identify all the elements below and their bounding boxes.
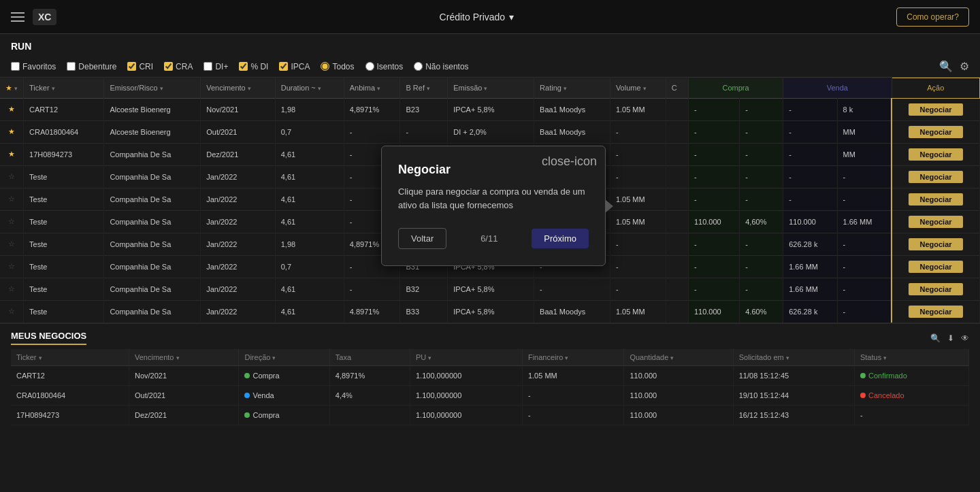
vencimento-cell: Nov/2021 — [201, 98, 276, 120]
compra-vol-cell: 4.60% — [740, 300, 783, 323]
negociar-button[interactable]: Negociar — [909, 171, 963, 183]
star-cell[interactable]: ★ — [0, 143, 24, 165]
como-operar-button[interactable]: Como operar? — [896, 7, 969, 27]
c-cell — [666, 143, 688, 165]
c-cell — [666, 98, 688, 120]
vencimento-cell: Dez/2021 — [201, 143, 276, 165]
product-selector[interactable]: Crédito Privado ▾ — [440, 12, 514, 22]
c-cell — [666, 255, 688, 278]
duration-cell: 1,98 — [275, 233, 344, 255]
modal-close-button[interactable]: close-icon — [542, 154, 597, 169]
filter-nao-isentos[interactable]: Não isentos — [414, 62, 468, 71]
emissor-cell: Companhia De Sa — [104, 278, 201, 300]
negociar-button[interactable]: Negociar — [909, 103, 963, 116]
negociar-button[interactable]: Negociar — [909, 148, 963, 161]
ticker-cell: Teste — [24, 278, 104, 300]
star-cell[interactable]: ★ — [0, 98, 24, 120]
negociar-button[interactable]: Negociar — [909, 306, 963, 318]
filter-pct-di[interactable]: % DI — [239, 62, 268, 71]
search-icon[interactable]: 🔍 — [939, 60, 953, 73]
bottom-col-taxa: Taxa — [329, 349, 410, 366]
star-cell[interactable]: ☆ — [0, 278, 24, 300]
filter-di-plus[interactable]: DI+ — [203, 62, 228, 71]
bottom-direcao: Compra — [239, 406, 329, 425]
filter-favoritos[interactable]: Favoritos — [11, 62, 56, 71]
star-cell[interactable]: ☆ — [0, 255, 24, 278]
negociar-button[interactable]: Negociar — [909, 126, 963, 138]
c-cell — [666, 300, 688, 323]
bottom-status: Confirmado — [854, 366, 968, 386]
compra-rate-cell: - — [688, 188, 739, 210]
col-duration: Duration ~ ▾ — [275, 78, 344, 99]
rating-cell: Baa1 Moodys — [534, 120, 610, 143]
negociar-button[interactable]: Negociar — [909, 216, 963, 228]
negociar-button[interactable]: Negociar — [909, 193, 963, 206]
col-bref: B Ref ▾ — [400, 78, 448, 99]
bottom-pu: 1.100,000000 — [410, 386, 523, 406]
modal-page-indicator: 6/11 — [480, 233, 497, 244]
logo: XC — [33, 9, 56, 25]
negociar-cell: Negociar — [892, 188, 979, 210]
ticker-cell: 17H0894273 — [24, 143, 104, 165]
filter-debenture[interactable]: Debenture — [67, 62, 116, 71]
compra-vol-cell: - — [740, 233, 783, 255]
bref-cell: B32 — [400, 278, 448, 300]
filter-cra[interactable]: CRA — [164, 62, 193, 71]
star-cell[interactable]: ☆ — [0, 188, 24, 210]
hamburger-menu[interactable] — [11, 12, 24, 22]
compra-vol-cell: - — [740, 120, 783, 143]
modal-next-button[interactable]: Próximo — [532, 229, 589, 248]
compra-vol-cell: - — [740, 143, 783, 165]
negociar-button[interactable]: Negociar — [909, 283, 963, 295]
vencimento-cell: Jan/2022 — [201, 255, 276, 278]
download-icon[interactable]: ⬇ — [947, 333, 954, 343]
star-cell[interactable]: ☆ — [0, 165, 24, 188]
bottom-vencimento: Out/2021 — [129, 386, 239, 406]
negociar-cell: Negociar — [892, 278, 979, 300]
modal-back-button[interactable]: Voltar — [398, 228, 446, 249]
filter-cri[interactable]: CRI — [127, 62, 153, 71]
bottom-col-financeiro: Financeiro ▾ — [522, 349, 624, 366]
negociar-cell: Negociar — [892, 233, 979, 255]
filter-ipca[interactable]: IPCA — [279, 62, 310, 71]
emissor-cell: Companhia De Sa — [104, 300, 201, 323]
eye-icon[interactable]: 👁 — [961, 333, 969, 343]
bottom-status: - — [854, 406, 968, 425]
c-cell — [666, 188, 688, 210]
filter-todos[interactable]: Todos — [321, 62, 354, 71]
meus-negocios-icons: 🔍 ⬇ 👁 — [930, 333, 969, 343]
vencimento-cell: Jan/2022 — [201, 300, 276, 323]
header-right: Como operar? — [896, 7, 969, 27]
venda-rate-cell: - — [783, 188, 837, 210]
bottom-quantidade: 110.000 — [624, 386, 733, 406]
table-row: ☆ Teste Companhia De Sa Jan/2022 4,61 4.… — [0, 300, 980, 323]
bottom-pu: 1.100,000000 — [410, 366, 523, 386]
negociar-cell: Negociar — [892, 210, 979, 233]
negociar-button[interactable]: Negociar — [909, 238, 963, 250]
col-emissao: Emissão ▾ — [448, 78, 534, 99]
ticker-cell: Teste — [24, 188, 104, 210]
bottom-status: Cancelado — [854, 386, 968, 406]
c-cell — [666, 165, 688, 188]
table-row: ☆ Teste Companhia De Sa Jan/2022 4,61 - … — [0, 278, 980, 300]
filter-isentos[interactable]: Isentos — [365, 62, 404, 71]
venda-fin-cell: - — [837, 233, 892, 255]
gear-icon[interactable]: ⚙ — [960, 60, 969, 73]
volume-cell: - — [610, 255, 666, 278]
modal-footer: Voltar 6/11 Próximo — [398, 228, 589, 249]
negociar-cell: Negociar — [892, 98, 979, 120]
bottom-section: MEUS NEGOCIOS 🔍 ⬇ 👁 Ticker ▾ Vencimento … — [0, 323, 980, 425]
bottom-taxa: 4,8971% — [329, 366, 410, 386]
volume-cell: 1.05 MM — [610, 300, 666, 323]
star-cell[interactable]: ☆ — [0, 300, 24, 323]
c-cell — [666, 120, 688, 143]
main-table-area: ★ ▾ Ticker ▾ Emissor/Risco ▾ Vencimento … — [0, 78, 980, 323]
star-cell[interactable]: ☆ — [0, 210, 24, 233]
negociar-button[interactable]: Negociar — [909, 261, 963, 273]
c-cell — [666, 278, 688, 300]
search-icon-bottom[interactable]: 🔍 — [930, 333, 941, 343]
venda-rate-cell: - — [783, 120, 837, 143]
bottom-financeiro: - — [522, 406, 624, 425]
star-cell[interactable]: ☆ — [0, 233, 24, 255]
star-cell[interactable]: ★ — [0, 120, 24, 143]
